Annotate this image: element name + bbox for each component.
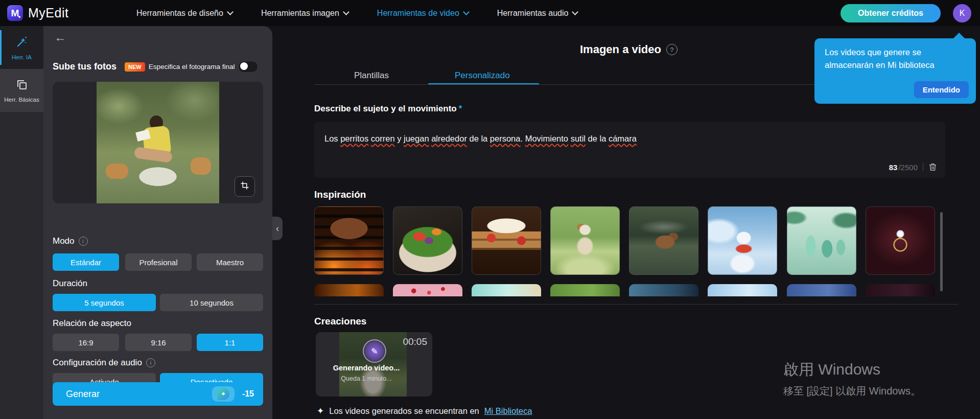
top-navbar: M MyEdit Herramientas de diseño Herramie… — [0, 0, 980, 26]
audio-settings-label: Configuración de audioi — [53, 358, 155, 368]
watermark-line2: 移至 [設定] 以啟用 Windows。 — [783, 384, 921, 398]
my-library-link[interactable]: Mi Biblioteca — [484, 406, 532, 416]
aspect-option-9-16[interactable]: 9:16 — [125, 334, 192, 351]
inspiration-thumb-row2[interactable] — [866, 284, 935, 296]
user-avatar[interactable]: K — [953, 4, 971, 22]
sparkle-icon: ✦ — [317, 406, 324, 416]
menu-video-tools[interactable]: Herramientas de video — [377, 9, 469, 18]
uploaded-photo-preview[interactable] — [53, 82, 263, 203]
tab-personalizado[interactable]: Personalizado — [455, 71, 510, 81]
tooltip-ok-button[interactable]: Entendido — [914, 81, 969, 98]
magic-wand-icon — [15, 35, 29, 51]
chevron-down-icon — [572, 9, 579, 15]
library-tooltip: Los videos que genere se almacenarán en … — [814, 38, 976, 104]
credit-cost: -15 — [242, 389, 254, 399]
char-counter: 83/2500 — [889, 162, 937, 172]
rail-item-basic-tools[interactable]: Herr. Básicas — [0, 69, 43, 112]
windows-watermark: 啟用 Windows 移至 [設定] 以啟用 Windows。 — [783, 359, 921, 398]
crop-icon — [240, 181, 249, 192]
inspiration-thumb-steak[interactable] — [314, 206, 384, 275]
inspiration-title: Inspiración — [314, 189, 366, 200]
mode-label: Modoi — [53, 236, 88, 246]
settings-panel: ← Sube tus fotos NEW Especifica el fotog… — [43, 26, 272, 419]
trash-icon[interactable] — [928, 162, 937, 172]
inspiration-thumb-row2[interactable] — [708, 284, 777, 296]
char-count: 83 — [889, 163, 898, 172]
main-menu: Herramientas de diseño Herramientas imag… — [136, 0, 577, 26]
menu-audio-tools[interactable]: Herramientas audio — [497, 9, 578, 18]
credit-pill: ✦ — [212, 386, 235, 402]
layers-icon — [16, 79, 28, 93]
required-asterisk: * — [459, 104, 462, 113]
inspiration-thumb-ring[interactable] — [866, 206, 935, 275]
video-duration: 00:05 — [403, 336, 427, 347]
mode-option-profesional[interactable]: Profesional — [125, 253, 192, 271]
tab-plantillas[interactable]: Plantillas — [354, 71, 389, 81]
panel-collapse-handle[interactable]: ‹ — [272, 217, 283, 240]
inspiration-thumb-row2[interactable] — [550, 284, 620, 296]
aspect-option-16-9[interactable]: 16:9 — [53, 334, 119, 351]
section-divider — [314, 304, 958, 305]
menu-image-tools[interactable]: Herramientas imagen — [261, 9, 348, 18]
uploaded-photo — [97, 82, 219, 203]
inspiration-thumb-skincare[interactable] — [787, 206, 856, 275]
chevron-down-icon — [463, 9, 470, 15]
generate-button[interactable]: Generar ✦ -15 — [53, 382, 263, 406]
chevron-down-icon — [343, 9, 349, 15]
prompt-label: Describe el sujeto y el movimiento* — [314, 104, 462, 114]
menu-design-tools[interactable]: Herramientas de diseño — [136, 9, 232, 18]
library-footer: ✦ Los videos generados se encuentran en … — [317, 406, 532, 416]
rail-item-ai-tools[interactable]: Herr. IA — [0, 26, 43, 69]
endframe-toggle[interactable] — [238, 61, 258, 73]
chevron-down-icon — [227, 9, 234, 15]
inspiration-thumb-row2[interactable] — [314, 284, 384, 296]
inspiration-thumb-pancakes[interactable] — [472, 206, 541, 275]
tooltip-text: Los videos que genere se almacenarán en … — [825, 48, 935, 69]
upload-photos-title: Sube tus fotos — [53, 61, 116, 72]
myedit-logo[interactable]: M MyEdit — [7, 5, 68, 21]
endframe-label: Especifica el fotograma final — [149, 63, 235, 71]
video-status: Generando video... — [316, 364, 417, 372]
inspiration-thumb-salad[interactable] — [393, 206, 462, 275]
aspect-ratio-label: Relación de aspecto — [53, 318, 131, 329]
inspiration-thumb-dog[interactable] — [550, 206, 620, 275]
prompt-text: Los perritos corren y juegan alrededor d… — [324, 133, 935, 145]
inspiration-thumb-polar-bear[interactable] — [708, 206, 777, 275]
back-arrow-button[interactable]: ← — [54, 31, 66, 43]
prompt-textarea[interactable]: Los perritos corren y juegan alrededor d… — [314, 122, 945, 178]
watermark-line1: 啟用 Windows — [783, 359, 921, 380]
myedit-logo-icon: M — [7, 5, 23, 21]
video-eta: Queda 1 minuto... — [316, 375, 417, 382]
logo-wordmark: MyEdit — [28, 6, 68, 20]
duration-option-10s[interactable]: 10 segundos — [160, 294, 263, 311]
crop-button[interactable] — [235, 176, 255, 197]
inspiration-thumb-row2[interactable] — [787, 284, 856, 296]
duration-label: Duración — [53, 278, 87, 289]
char-max: /2500 — [898, 163, 918, 172]
credit-icon: ✦ — [217, 388, 229, 400]
inspiration-thumb-row2[interactable] — [393, 284, 462, 296]
generating-glow-icon: ✎ — [363, 339, 386, 363]
new-badge: NEW — [125, 62, 145, 72]
page-title: Imagen a video ? — [580, 43, 678, 56]
tool-rail: Herr. IA Herr. Básicas — [0, 26, 43, 419]
info-icon[interactable]: i — [79, 237, 88, 246]
aspect-option-1-1[interactable]: 1:1 — [197, 334, 263, 351]
duration-option-5s[interactable]: 5 segundos — [53, 294, 156, 311]
myedit-app: M MyEdit Herramientas de diseño Herramie… — [0, 0, 980, 419]
info-icon[interactable]: i — [146, 358, 155, 367]
generating-video-card[interactable]: ✎ 00:05 Generando video... Queda 1 minut… — [316, 332, 432, 397]
get-credits-button[interactable]: Obtener créditos — [841, 4, 941, 22]
mode-option-maestro[interactable]: Maestro — [197, 253, 263, 271]
inspiration-thumb-row2[interactable] — [629, 284, 698, 296]
inspiration-thumb-row2[interactable] — [472, 284, 541, 296]
creations-title: Creaciones — [314, 316, 366, 327]
footer-text: Los videos generados se encuentran en — [329, 406, 479, 416]
inspiration-thumb-capybara[interactable] — [629, 206, 698, 275]
mode-option-estandar[interactable]: Estándar — [53, 253, 119, 271]
help-icon[interactable]: ? — [666, 44, 678, 55]
inspiration-scrollbar[interactable] — [940, 212, 943, 291]
